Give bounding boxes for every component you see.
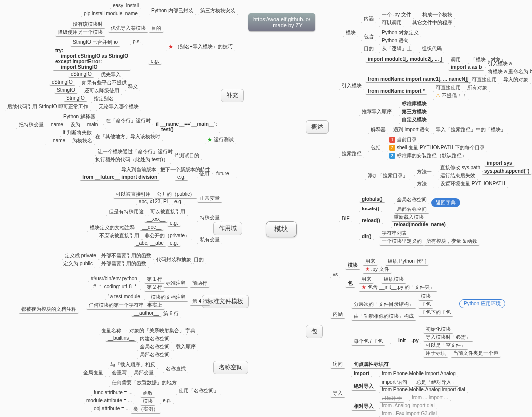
- fa: func.attribute = ...: [91, 389, 135, 396]
- global-var: 全局变量: [81, 369, 106, 377]
- yinyong: 后续代码引用 StringIO 即可正常工作: [5, 103, 91, 111]
- pyfile: 一个 .py 文件: [379, 11, 414, 19]
- use-future: 使用 __future__: [197, 170, 237, 178]
- no-direct: 不应该被直接引用: [97, 232, 142, 240]
- store: 任何需要「放置数据」的地方: [109, 379, 179, 387]
- is-pkg: 当前文件夹是一个包: [451, 349, 501, 358]
- daoru: 导入: [330, 389, 345, 398]
- pip-install: pip install module_name: [81, 10, 140, 17]
- public: 公开的（public）: [154, 190, 197, 199]
- from-star: from modName import *: [365, 88, 427, 95]
- fa-v: 函数: [140, 389, 155, 398]
- huizhong: 会重写: [109, 369, 129, 377]
- coding: # -*- coding: utf-8 -*-: [91, 283, 141, 290]
- author: __author__: [131, 310, 162, 317]
- rec-order: 推荐导入顺序: [359, 108, 394, 116]
- global-ns2: 全局名称空间: [394, 196, 429, 204]
- cstr1-v: 优先导入: [98, 71, 123, 79]
- abc-priv: _abc, __abc: [134, 240, 166, 247]
- center-node: 模块: [266, 221, 297, 237]
- other-import: 在「其他地方」导入该模块时: [93, 133, 163, 141]
- cstr1: cStringIO: [68, 71, 94, 78]
- let-cmd: 让一个模块通过「命令行」运行时: [95, 148, 175, 156]
- def-priv: 定义成 private: [62, 252, 99, 260]
- varname: 变量名称 → 对象的「关系映射集合」: [99, 327, 187, 335]
- std-path: 3标准库的安装路径（默认路径）: [387, 152, 469, 160]
- builtin-ns: 内建名称空间: [137, 335, 172, 343]
- main-bao: 包: [306, 325, 323, 338]
- oa: obj.attribute = ...: [91, 405, 132, 412]
- from-name: from modName import name1[, ... nameN]]: [365, 76, 471, 83]
- baohan: 包含: [361, 33, 376, 41]
- direct-use: 可直接使用: [469, 76, 499, 84]
- neihan2: 内涵: [330, 310, 345, 319]
- abc-eg: abc, x123, PI: [136, 198, 170, 205]
- set-env: 设置环境变量 PYTHONPATH: [438, 180, 508, 188]
- cur-dir: 1当前目录: [387, 136, 419, 144]
- pythonpath: 2shell 变量 PYTHONPATH 下的每个目录: [387, 144, 487, 152]
- local-ns2: 局部名称空间: [394, 206, 429, 214]
- reverse: 与「载入顺序」相反: [108, 361, 158, 369]
- name-mod: __name__ 为模块名: [45, 137, 95, 145]
- dir: dir(): [359, 233, 374, 240]
- from-fax: from ..Fax import G3.dial: [379, 410, 439, 417]
- cstr2-v: 如果有些平台不提供: [79, 79, 129, 87]
- logic: 从「逻辑」上: [379, 45, 414, 53]
- eg-1: e.g.: [148, 58, 162, 65]
- py-internal: Python 内部已封装: [149, 7, 196, 15]
- regard: 都被视为模块的文档注释: [19, 305, 79, 314]
- need-ext: 外部需要引用的函数: [99, 260, 149, 268]
- self-mod: 自定义模块: [399, 116, 429, 124]
- subsub: 子包下的子包: [418, 308, 453, 317]
- main-mingcheng: 名称空间: [213, 361, 248, 374]
- init-folder: 包含 __init__.py 的「文件夹」: [359, 283, 437, 292]
- globals: globals(): [359, 196, 385, 203]
- local-var: 局部变量: [131, 369, 156, 377]
- try-code: try: import cStringIO as StringIO except…: [53, 47, 131, 71]
- mod-def: 一个模块里定义的: [379, 237, 424, 246]
- actually: 事实上: [145, 301, 165, 310]
- always-abs: 总是「绝对导入」: [414, 378, 459, 387]
- import-kw: import: [351, 370, 372, 377]
- yonglai1: 用来: [363, 257, 378, 266]
- main-gaishu: 概述: [306, 120, 329, 134]
- no-need: 外部不需要引用的函数: [99, 252, 154, 260]
- import-stmt: import 语句: [379, 378, 410, 387]
- import-sys: import sys: [484, 160, 515, 167]
- load-order: 载入顺序: [173, 343, 198, 351]
- yonglai2: 用来: [359, 275, 374, 284]
- use-ns: 使用「名称空间」: [176, 387, 221, 395]
- name-main: 把特殊变量 __name__ 设为 __main__: [16, 121, 106, 129]
- bao2: 包: [345, 279, 355, 288]
- pyfile2: .py 文件: [363, 265, 392, 274]
- org-mod: 组织模块: [381, 275, 406, 284]
- locals: locals(): [359, 206, 382, 212]
- abs-import: 绝对导入: [351, 382, 376, 391]
- subpkg: 子包: [418, 300, 433, 309]
- eg-5: e.g.: [167, 240, 181, 247]
- reload-code: reload(module_name): [391, 221, 448, 228]
- rename: 将模块 a 重命名为 b: [485, 68, 532, 76]
- prefer-import: 优先导入某模块: [108, 24, 148, 33]
- imported-obj: 导入的对象: [501, 76, 531, 84]
- similar: 由「功能相似的模块」构成: [351, 312, 416, 321]
- visit: 访问: [330, 360, 345, 369]
- sousuo: 搜索路径: [339, 150, 364, 158]
- ma-v: 模块: [140, 397, 155, 406]
- mark: 用于标识: [423, 349, 448, 358]
- reload: reload(): [359, 217, 383, 224]
- special-use: 但是有特殊用途: [106, 208, 146, 216]
- any-first: 任何模块的第一个字符串: [86, 301, 146, 310]
- import-req: 导入模块时「必需」: [423, 333, 473, 342]
- direct-use2: 可直接使用: [433, 84, 463, 92]
- def-pub: 定义为 public: [61, 260, 95, 268]
- mudi-2: 目的: [191, 256, 206, 264]
- first2: 前两行: [190, 279, 210, 288]
- diaoyong: 调用: [448, 56, 463, 64]
- org-py: 组织 Python 代码: [385, 257, 429, 266]
- mudi-1: 目的: [149, 24, 164, 33]
- init-mod: 初始化模块: [423, 325, 453, 334]
- use-other: 降级使用另一个模块: [55, 28, 105, 37]
- eg-4: e.g.: [167, 220, 181, 227]
- third-party: 第三方模块安装: [198, 7, 238, 15]
